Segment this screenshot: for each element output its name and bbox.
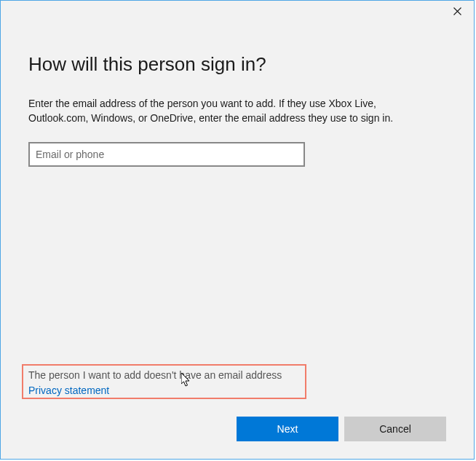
no-email-link[interactable]: The person I want to add doesn't have an…	[28, 369, 282, 381]
close-icon	[453, 5, 461, 18]
dialog-heading: How will this person sign in?	[28, 53, 446, 76]
cancel-button[interactable]: Cancel	[344, 417, 446, 441]
next-button[interactable]: Next	[237, 417, 338, 441]
links-region: The person I want to add doesn't have an…	[28, 369, 282, 396]
close-button[interactable]	[440, 1, 474, 23]
email-input[interactable]	[28, 142, 305, 167]
titlebar	[1, 1, 474, 23]
button-row: Next Cancel	[237, 417, 446, 441]
dialog-content: How will this person sign in? Enter the …	[1, 23, 474, 459]
privacy-link[interactable]: Privacy statement	[28, 385, 282, 396]
dialog-window: How will this person sign in? Enter the …	[0, 0, 475, 460]
dialog-description: Enter the email address of the person yo…	[28, 96, 436, 126]
